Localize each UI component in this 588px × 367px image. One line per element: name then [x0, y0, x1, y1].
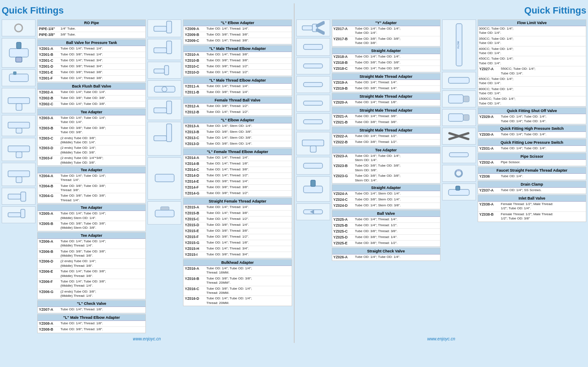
table-row: YZ025-CTube OD: 3/8"; Thread: 3/8". [332, 229, 440, 235]
table-row: YZ003-D(2 ends) Tube OD: 1/4"; (Middle) … [38, 145, 145, 156]
product-desc: Tube OD: 3/8"; Tube OD: 1/4"; Thread: 20… [205, 286, 291, 296]
table-row: YZ025-ETube OD: 3/8"; Thread: 1/2". [332, 241, 440, 246]
straight-adapter2-img [296, 157, 330, 175]
table-row: YZ002-BTube OD: 3/8"; Tube OD: 3/8". [38, 96, 145, 101]
female-ball-valve-img [148, 80, 181, 97]
table-row: YZ025-ATube OD: 1/4"; Thread: 1/4". [332, 217, 440, 223]
table-row: YZ012-ATube OD: 3/8"; Thread: 1/2". [183, 104, 291, 110]
svg-rect-54 [449, 114, 463, 121]
product-desc: Tube OD: 1/4"; Tube OD: 3/8"; (Middle) T… [60, 279, 145, 289]
y-adapter-img [296, 19, 330, 36]
product-desc: 350CC; Tube OD: 1/4"; Tube OD: 1/4". [478, 36, 586, 46]
left-footer: www.enjoyc.cn [2, 335, 292, 343]
table-row: YZ001-BTube OD: 3/8"; Thread: 1/4". [38, 52, 145, 58]
table-row: YZ024-ATube OD: 1/4"; Stem OD: 1/4". [332, 191, 440, 197]
table-row: YZ025-BTube OD: 1/4"; Thread: 1/2". [332, 223, 440, 229]
product-desc: Tube OD: 3/8"; Tube OD: 3/8"; (Middle) T… [60, 249, 145, 259]
table-row: YZ012-BTube OD: 1/4"; Thread: 1/2". [183, 110, 291, 115]
table-row: YZ005-ATube OD: 1/4"; Tube OD: 1/4"; (Mi… [38, 211, 145, 221]
section-header: Pipe Scissor [478, 153, 586, 160]
product-desc: (2 ends) Tube OD: 1/4"; (Middle) Thread:… [60, 259, 145, 268]
product-code: YZ029-A [478, 114, 500, 119]
product-desc: Tube OD: 1/4"; Thread: 1/2". [205, 216, 291, 222]
product-desc: Tube OD: 1/4"; Tube OD: 1/4"; Tube OD: 1… [500, 114, 586, 124]
section-tee-adapter: Tee AdapterYZ006-ATube OD: 1/4"; Tube OD… [37, 232, 146, 299]
product-code: YZ012-A [183, 104, 205, 109]
product-desc: Tube OD: 1/4"; Thread: 3/8". [205, 167, 291, 172]
section-header: "L" Check Valve [38, 301, 145, 307]
product-desc: Tube OD: 1/4"; Thread: 3/4". [205, 246, 291, 251]
table-row: YZ015-FTube OD: 3/8"; Thread: 1/2". [183, 234, 291, 240]
straight-male-thread2-img [296, 76, 330, 93]
product-code: YZ017-B [332, 36, 354, 41]
table-row: YZ004-ATube OD: 1/4"; Tube OD: 1/4"; Thr… [38, 173, 145, 184]
section-straight-female-thread-adapter: Straight Female Thread AdapterYZ015-ATub… [183, 198, 292, 258]
product-desc: 450CC; Tube OD: 1/4"; Tube OD: 1/4". [478, 56, 586, 66]
table-row: YZ007-ATube OD: 1/4"; Thread: 1/8". [38, 307, 145, 313]
table-row: YZ036Tube OD: 1/4". [478, 174, 586, 180]
section-straight-male-thread-adapter: Straight Male Thread AdapterYZ020-ATube … [332, 93, 440, 106]
low-pressure-img [442, 109, 476, 126]
product-desc: Tube OD: 1/4"; Thread: 1/2". [205, 110, 291, 115]
section-header: Straight Adapter [332, 185, 440, 191]
table-row: YZ002-ATube OD: 1/4"; Tube OD: 1/4". [38, 90, 145, 96]
product-code: YZ031-A [478, 146, 500, 151]
product-code: YZ006-D [38, 259, 60, 264]
section-straight-adapter: Straight AdapterYZ024-ATube OD: 1/4"; St… [332, 184, 440, 209]
product-code: YZ010-A [183, 52, 205, 57]
product-code: YZ024-A [332, 191, 354, 196]
table-row: YZ010-CTube OD: 3/8"; Thread: 1/2". [183, 64, 291, 70]
product-desc: Tube OD: 3/8"; Stem OD: 1/4". [205, 141, 291, 146]
product-desc: Tube OD: 3/8"; Thread: 3/8". [60, 70, 145, 75]
product-code: YZ011-B [183, 90, 205, 95]
product-code: YZ025-B [332, 223, 354, 228]
section--l--male-thread-elbow-adapter: "L" Male Thread Elbow AdapterYZ008-ATube… [37, 314, 146, 333]
product-code: YZ014-D [183, 173, 205, 178]
section-header: Ball Valve [332, 211, 440, 217]
product-code: YZ017-A [332, 26, 354, 31]
product-code: YZ032-A [478, 160, 500, 165]
section--y--adapter: "Y" AdapterYZ017-ATube OD: 1/4"; Tube OD… [332, 19, 440, 47]
svg-rect-1 [9, 49, 28, 57]
tee-adapter2-img [2, 115, 36, 136]
left-img-col2 [148, 19, 181, 334]
svg-rect-9 [16, 128, 22, 133]
table-row: YZ011-ATube OD: 1/4"; Thread: 1/4". [183, 84, 291, 90]
l-elbow2-img [148, 99, 181, 120]
section-header: Tee Adapter [38, 205, 145, 211]
section-ro-pipe: RO PipePIPE-1/4"1/4" Tube.PIPE-3/8"3/8" … [37, 19, 146, 38]
svg-rect-38 [304, 64, 323, 68]
ro-pipe-img [2, 19, 36, 36]
table-row: YZ014-DTube OD: 1/4"; Thread: 1/2". [183, 173, 291, 179]
svg-rect-15 [21, 192, 26, 201]
product-code: YZ003-D [38, 145, 60, 151]
table-row: YZ014-ETube OD: 3/8"; Thread: 1/4". [183, 179, 291, 185]
product-code: YZ013-B [183, 129, 205, 134]
svg-text:FLOW: FLOW [457, 41, 459, 49]
table-row: YZ013-BTube OD: 3/8"; Stem OD: 3/8". [183, 129, 291, 135]
product-code: YZ016-C [183, 286, 205, 291]
table-row: YZ026-ATube OD: 1/4"; Tube OD: 1/4". [332, 255, 440, 260]
section-header: Straight Male Thread Adapter [332, 107, 440, 114]
section-header: "L" Elbow Adapter [183, 117, 291, 123]
table-row: YZ009-BTube OD: 3/8"; Thread: 3/8". [183, 32, 291, 38]
product-code: YZ010-C [183, 64, 205, 69]
table-row: PIPE-3/8"3/8" Tube. [38, 32, 145, 38]
product-code: YZ010-B [183, 58, 205, 63]
right-columns: "Y" AdapterYZ017-ATube OD: 1/4"; Tube OD… [296, 19, 587, 334]
svg-rect-55 [463, 115, 469, 121]
table-row: YZ001-ETube OD: 3/8"; Thread: 3/8". [38, 70, 145, 76]
product-code: YZ004-A [38, 173, 60, 178]
product-code: YZ005-A [38, 211, 60, 216]
section-ball-valve: Ball ValveYZ025-ATube OD: 1/4"; Thread: … [332, 210, 440, 247]
table-row: YZ010-DTube OD: 1/4"; Thread: 1/2". [183, 70, 291, 76]
svg-rect-21 [167, 41, 172, 54]
product-code: YZ019-A [332, 80, 354, 85]
product-desc: 550CC; Tube OD: 1/4"; Tube OD: 1/4". [500, 66, 586, 76]
product-code: YZ030-A [478, 132, 500, 137]
left-sections-col1: RO PipePIPE-1/4"1/4" Tube.PIPE-3/8"3/8" … [37, 19, 146, 334]
svg-rect-14 [8, 194, 21, 199]
product-code: YZ003-B [38, 126, 60, 131]
section--l--female-thread-elbow-adapter: "L" Female Thread Elbow AdapterYZ014-ATu… [183, 148, 292, 197]
product-desc: Tube OD: 1/4"; Thread: 1/4". [205, 205, 291, 210]
